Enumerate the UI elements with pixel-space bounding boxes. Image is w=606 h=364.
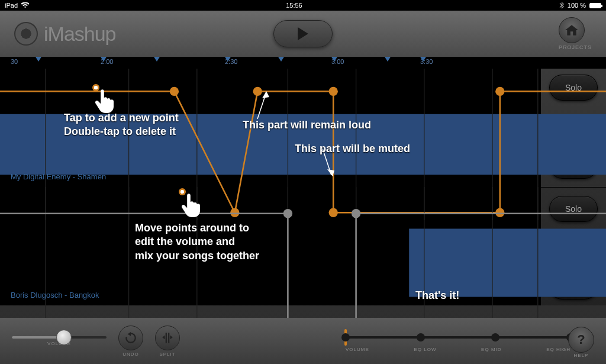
top-toolbar: iMashup PROJECTS [0,11,606,57]
tutorial-tap-text: Tap to add a new point Double-tap to del… [64,111,179,139]
question-icon: ? [577,332,585,347]
projects-button[interactable] [559,17,585,43]
eq-stop[interactable] [491,333,499,342]
play-icon [296,27,310,40]
ruler-marker [101,57,107,62]
waveform-icon [0,187,606,339]
master-volume-slider[interactable]: VOLUME [12,336,107,346]
play-button[interactable] [273,20,333,47]
app-window: iMashup PROJECTS 30 2:00 2:30 3:00 3:30 [0,11,606,364]
time-ruler: 30 2:00 2:30 3:00 3:30 [0,57,606,69]
bluetooth-icon [559,2,564,9]
pointer-hand-icon [94,88,117,114]
bottom-toolbar: VOLUME UNDO SPLIT VOLUME EQ L [0,318,606,364]
eq-label: VOLUME [346,347,369,352]
ruler-marker [385,57,391,62]
ruler-marker [36,57,41,62]
eq-label: EQ LOW [414,347,436,352]
projects-label: PROJECTS [559,44,592,50]
audio-track-2[interactable]: Boris Dlugosch - Bangkok [0,187,606,305]
tutorial-done-text: That's it! [415,289,459,302]
timeline-area[interactable]: 30 2:00 2:30 3:00 3:30 Solo BPM Solo [0,57,606,305]
split-label: SPLIT [159,352,175,357]
tutorial-muted-text: This part will be muted [295,142,410,156]
eq-stop[interactable] [341,333,350,342]
split-button[interactable] [155,326,180,350]
battery-icon [589,3,601,8]
track-1-label: My Digital Enemy - Shamen [11,172,106,181]
ruler-marker [420,57,426,62]
device-label: iPad [5,2,18,9]
battery-percent: 100 % [568,2,586,9]
ruler-marker [154,57,160,62]
svg-rect-16 [409,228,606,297]
pointer-hand-icon [180,192,204,218]
split-icon [161,331,174,344]
tutorial-loud-text: This part will remain loud [243,118,371,132]
ruler-marker [331,57,337,62]
clock: 15:56 [286,2,302,9]
ruler-marker [225,57,231,62]
ios-status-bar: iPad 15:56 100 % [0,0,606,11]
help-label: HELP [568,353,594,358]
track-2-label: Boris Dlugosch - Bangkok [11,291,99,299]
eq-stop[interactable] [417,333,425,342]
undo-icon [124,331,137,344]
eq-label: EQ HIGH [546,347,570,352]
ruler-tick: 30 [11,58,18,65]
disc-icon [14,22,38,46]
tutorial-move-text: Move points around to edit the volume an… [135,221,259,263]
app-name: iMashup [44,22,116,46]
help-button[interactable]: ? [568,327,594,353]
eq-mode-slider[interactable]: VOLUME EQ LOW EQ MID EQ HIGH [346,330,570,352]
undo-label: UNDO [123,352,139,357]
eq-label: EQ MID [481,347,501,352]
undo-button[interactable] [118,326,143,350]
wifi-icon [21,2,29,8]
home-icon [565,24,578,37]
ruler-marker [278,57,284,62]
app-logo: iMashup [14,22,116,46]
